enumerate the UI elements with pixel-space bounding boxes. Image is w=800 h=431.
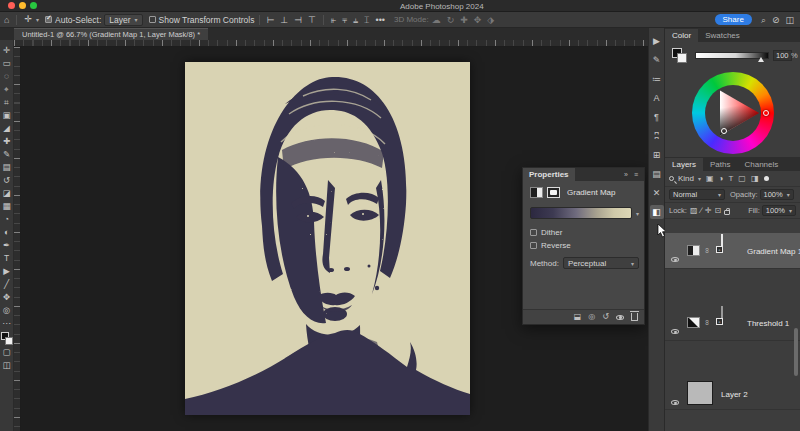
blend-mode-dropdown[interactable]: Normal ▾: [669, 189, 725, 200]
tab-channels[interactable]: Channels: [737, 158, 785, 171]
background-color-swatch[interactable]: [677, 53, 687, 63]
edit-toolbar-icon[interactable]: ⋯: [1, 317, 13, 330]
type-tool-icon[interactable]: T: [1, 252, 13, 265]
lock-artboard-icon[interactable]: ⊡: [715, 206, 722, 215]
eyedropper-tool-icon[interactable]: ◢: [1, 122, 13, 135]
auto-select-checkbox[interactable]: [45, 16, 52, 23]
actions-panel-icon[interactable]: ▶: [650, 34, 664, 48]
move-tool-preset-icon[interactable]: ✛▾: [24, 11, 39, 28]
paragraph-panel-icon[interactable]: ¶: [650, 110, 664, 124]
glyphs-panel-icon[interactable]: ʭ: [650, 129, 664, 143]
panel-color-swatches[interactable]: [672, 48, 688, 64]
object-selection-tool-icon[interactable]: ⌖: [1, 83, 13, 96]
filter-kind-value[interactable]: Kind: [678, 174, 694, 183]
marquee-tool-icon[interactable]: ▭: [1, 57, 13, 70]
collapse-panel-icon[interactable]: » ≡: [624, 171, 644, 178]
move-tool-icon[interactable]: ✛: [1, 44, 13, 57]
eraser-tool-icon[interactable]: ◪: [1, 187, 13, 200]
clip-to-layer-icon[interactable]: ⬓: [574, 312, 582, 322]
filter-pixel-layers-icon[interactable]: ▣: [706, 174, 714, 183]
distribute-h-icon[interactable]: ⫦: [331, 12, 336, 28]
document-canvas[interactable]: [185, 62, 470, 415]
color-swatches-control[interactable]: [1, 332, 13, 346]
tab-layers[interactable]: Layers: [665, 158, 703, 171]
minimize-window-button[interactable]: [19, 2, 26, 9]
lock-transparency-icon[interactable]: ▨: [690, 206, 698, 215]
layer-row-threshold[interactable]: ∞ ▫ Threshold 1: [665, 305, 800, 341]
document-tab[interactable]: Untitled-1 @ 66.7% (Gradient Map 1, Laye…: [14, 28, 208, 40]
layer-row-layer2[interactable]: Layer 2: [665, 377, 800, 410]
align-center-h-icon[interactable]: ⊥: [280, 12, 288, 28]
close-window-button[interactable]: [8, 2, 15, 9]
auto-select-dropdown[interactable]: Layer ▾: [104, 14, 142, 26]
properties-tab[interactable]: Properties: [523, 168, 575, 181]
path-selection-tool-icon[interactable]: ▶: [1, 265, 13, 278]
brightness-value[interactable]: 100: [773, 50, 792, 61]
show-transform-checkbox[interactable]: [149, 16, 156, 23]
distribute-center-icon[interactable]: ⫨: [353, 12, 358, 28]
view-previous-state-icon[interactable]: ◎: [588, 312, 595, 322]
layer-mask-thumbnail[interactable]: ▫: [721, 306, 723, 325]
brush-tool-icon[interactable]: ✎: [1, 148, 13, 161]
history-brush-tool-icon[interactable]: ↺: [1, 174, 13, 187]
layer-filter-toggle[interactable]: [764, 176, 769, 181]
properties-panel-icon[interactable]: ◧: [650, 205, 664, 219]
layer-mask-thumbnail[interactable]: ▫: [721, 234, 723, 253]
layer-thumbnail[interactable]: [687, 381, 713, 405]
gradient-preview[interactable]: [530, 207, 632, 219]
distribute-v-icon[interactable]: ⫧: [342, 12, 347, 28]
opacity-dropdown[interactable]: 100% ▾: [760, 189, 794, 200]
healing-brush-tool-icon[interactable]: ✚: [1, 135, 13, 148]
quick-mask-icon[interactable]: ▢: [1, 346, 13, 359]
align-left-icon[interactable]: ⊢: [267, 12, 275, 28]
clone-stamp-tool-icon[interactable]: ▤: [1, 161, 13, 174]
filter-shape-layers-icon[interactable]: ▢: [738, 174, 746, 183]
lock-all-icon[interactable]: [724, 210, 730, 215]
layers-scrollbar[interactable]: [794, 328, 798, 376]
lock-pixels-icon[interactable]: ∕: [701, 206, 702, 215]
brightness-slider[interactable]: [695, 52, 769, 59]
gradient-tool-icon[interactable]: ▦: [1, 200, 13, 213]
gradient-dropdown-icon[interactable]: ▾: [636, 210, 639, 217]
visibility-eye-icon[interactable]: [671, 329, 679, 334]
layer-name[interactable]: Threshold 1: [747, 319, 789, 328]
layer-visibility-icon[interactable]: [616, 315, 624, 320]
more-align-options-icon[interactable]: •••: [376, 12, 385, 28]
help-icon[interactable]: ⊘: [772, 12, 780, 28]
filter-smart-objects-icon[interactable]: ◨: [751, 174, 759, 183]
tab-paths[interactable]: Paths: [703, 158, 737, 171]
search-icon[interactable]: ⌕: [761, 12, 766, 28]
method-dropdown[interactable]: Perceptual ▾: [563, 257, 639, 269]
saturation-triangle[interactable]: [705, 85, 761, 141]
zoom-tool-icon[interactable]: ◎: [1, 304, 13, 317]
dodge-tool-icon[interactable]: ◐: [1, 226, 13, 239]
zoom-window-button[interactable]: [30, 2, 37, 9]
lock-position-icon[interactable]: ✛: [705, 206, 712, 215]
lasso-tool-icon[interactable]: ◌: [1, 70, 13, 83]
properties-titlebar[interactable]: Properties » ≡: [523, 168, 644, 181]
layer-row-gradient-map[interactable]: ∞ ▫ Gradient Map 1: [665, 233, 800, 269]
brushes-panel-icon[interactable]: ≔: [650, 72, 664, 86]
shape-tool-icon[interactable]: ╱: [1, 278, 13, 291]
filter-adjustment-layers-icon[interactable]: ◑: [719, 174, 724, 183]
threshold-thumbnail[interactable]: [687, 317, 700, 328]
gradient-map-thumbnail[interactable]: [687, 245, 700, 256]
libraries-panel-icon[interactable]: ⊞: [650, 148, 664, 162]
adjustments-panel-icon[interactable]: ▤: [650, 167, 664, 181]
visibility-eye-icon[interactable]: [671, 257, 679, 262]
brush-settings-panel-icon[interactable]: ✎: [650, 53, 664, 67]
pen-tool-icon[interactable]: ✒: [1, 239, 13, 252]
tab-swatches[interactable]: Swatches: [698, 29, 747, 42]
delete-adjustment-icon[interactable]: [631, 313, 638, 321]
workspace-switcher-icon[interactable]: ◫: [785, 12, 794, 28]
dither-checkbox[interactable]: [530, 229, 537, 236]
blur-tool-icon[interactable]: ◔: [1, 213, 13, 226]
character-panel-icon[interactable]: A: [650, 91, 664, 105]
share-button[interactable]: Share: [715, 14, 752, 25]
frame-tool-icon[interactable]: ▣: [1, 109, 13, 122]
tab-color[interactable]: Color: [665, 29, 698, 42]
info-panel-icon[interactable]: ✕: [650, 186, 664, 200]
chevron-down-icon[interactable]: ▾: [698, 175, 701, 182]
reset-defaults-icon[interactable]: ↺: [602, 312, 609, 322]
screen-mode-icon[interactable]: ◫: [1, 359, 13, 372]
